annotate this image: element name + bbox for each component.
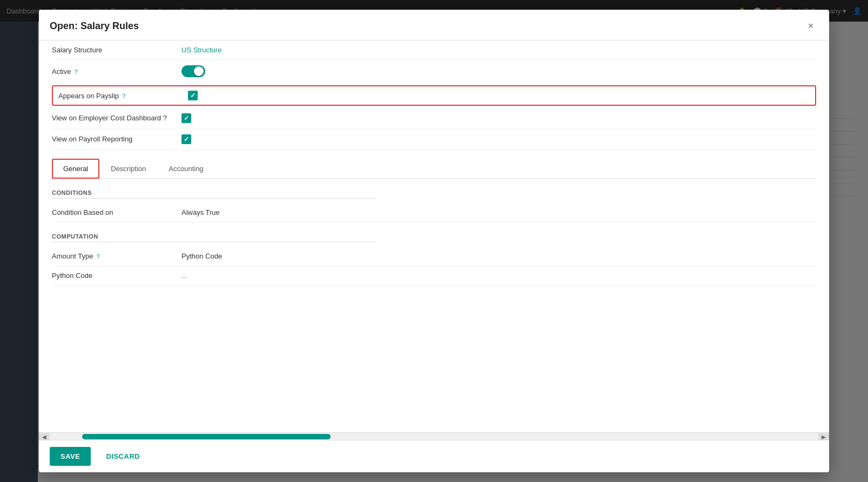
python-code-row: Python Code ... — [52, 266, 816, 286]
modal-header: Open: Salary Rules × — [39, 10, 829, 40]
payroll-reporting-checkbox[interactable] — [181, 134, 191, 144]
modal-title: Open: Salary Rules — [50, 21, 139, 32]
appears-on-payslip-label: Appears on Payslip ? — [58, 92, 188, 100]
discard-button[interactable]: DISCARD — [97, 447, 149, 466]
scroll-right-arrow[interactable]: ▶ — [818, 433, 829, 440]
amount-type-label: Amount Type ? — [52, 252, 181, 260]
salary-rules-modal: Open: Salary Rules × Salary Structure US… — [39, 10, 829, 472]
tab-content-general: CONDITIONS Condition Based on Always Tru… — [52, 179, 816, 307]
salary-structure-value[interactable]: US Structure — [181, 46, 221, 54]
conditions-section: CONDITIONS Condition Based on Always Tru… — [52, 189, 816, 222]
employer-cost-row: View on Employer Cost Dashboard ? — [52, 108, 816, 129]
amount-type-help-icon[interactable]: ? — [95, 253, 99, 260]
modal-footer: SAVE DISCARD — [39, 440, 829, 472]
active-toggle[interactable] — [181, 65, 205, 77]
employer-cost-help-icon[interactable]: ? — [161, 114, 167, 122]
horizontal-scroll-thumb[interactable] — [82, 434, 331, 439]
scroll-left-arrow[interactable]: ◀ — [39, 433, 50, 440]
salary-structure-row: Salary Structure US Structure — [52, 40, 816, 60]
payroll-reporting-row: View on Payroll Reporting — [52, 129, 816, 150]
employer-cost-checkbox[interactable] — [181, 113, 191, 123]
amount-type-value[interactable]: Python Code — [181, 252, 222, 260]
condition-based-on-row: Condition Based on Always True — [52, 203, 816, 222]
amount-type-row: Amount Type ? Python Code — [52, 247, 816, 266]
tab-accounting[interactable]: Accounting — [157, 159, 214, 179]
salary-structure-label: Salary Structure — [52, 46, 181, 54]
payroll-reporting-label: View on Payroll Reporting — [52, 134, 181, 144]
modal-close-button[interactable]: × — [803, 18, 818, 33]
tab-description[interactable]: Description — [99, 159, 157, 179]
computation-section-header: COMPUTATION — [52, 233, 376, 242]
active-row: Active ? — [52, 60, 816, 83]
save-button[interactable]: SAVE — [50, 447, 91, 466]
employer-cost-label: View on Employer Cost Dashboard ? — [52, 113, 181, 123]
horizontal-scrollbar[interactable]: ◀ ▶ — [39, 432, 829, 440]
appears-on-payslip-highlighted: Appears on Payslip ? — [52, 85, 816, 106]
appears-on-payslip-row: Appears on Payslip ? — [58, 91, 810, 100]
appears-on-payslip-help-icon[interactable]: ? — [120, 93, 125, 99]
computation-section: COMPUTATION Amount Type ? Python Code Py… — [52, 233, 816, 286]
condition-based-on-label: Condition Based on — [52, 208, 181, 216]
modal-body[interactable]: Salary Structure US Structure Active ? A… — [39, 40, 829, 432]
conditions-section-header: CONDITIONS — [52, 189, 376, 199]
tab-general[interactable]: General — [52, 159, 99, 179]
appears-on-payslip-checkbox[interactable] — [188, 91, 198, 100]
python-code-label: Python Code — [52, 271, 181, 280]
active-label: Active ? — [52, 67, 181, 76]
active-help-icon[interactable]: ? — [72, 69, 77, 75]
python-code-value: ... — [181, 271, 187, 280]
tabs-container: General Description Accounting — [52, 159, 816, 179]
condition-based-on-value[interactable]: Always True — [181, 208, 220, 216]
